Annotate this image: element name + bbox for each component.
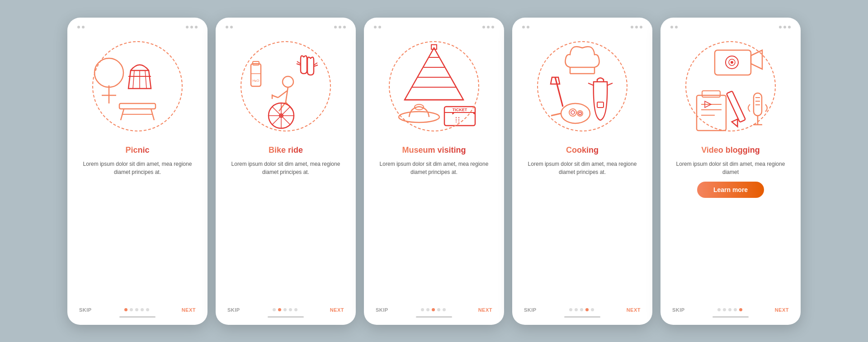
museum-desc: Lorem ipsum dolor sit dim amet, mea regi… — [374, 160, 494, 176]
picnic-nav: SKIP NEXT — [77, 307, 198, 313]
status-dot — [343, 26, 346, 28]
nav-dot-4[interactable] — [146, 308, 149, 311]
cooking-desc: Lorem ipsum dolor sit dim amet, mea regi… — [522, 160, 642, 176]
museum-illustration: TICKET — [380, 32, 488, 141]
nav-dot-4[interactable] — [294, 308, 297, 311]
skip-button[interactable]: SKIP — [376, 307, 388, 313]
cards-container: Picnic Lorem ipsum dolor sit dim amet, m… — [67, 18, 801, 325]
next-button[interactable]: NEXT — [182, 307, 196, 313]
nav-dots — [124, 308, 149, 311]
nav-dot-2[interactable] — [283, 308, 287, 311]
nav-dot-0[interactable] — [717, 308, 721, 311]
status-dot — [635, 26, 638, 28]
picnic-title: Picnic — [125, 145, 149, 155]
bottom-bar — [119, 316, 156, 318]
nav-dot-0[interactable] — [569, 308, 572, 311]
skip-button[interactable]: SKIP — [524, 307, 537, 313]
bottom-bar — [564, 316, 600, 318]
next-button[interactable]: NEXT — [330, 307, 344, 313]
nav-dot-1[interactable] — [130, 308, 133, 311]
dashed-circle — [389, 41, 479, 131]
nav-dot-4[interactable] — [443, 308, 446, 311]
nav-dots — [273, 308, 297, 311]
next-button[interactable]: NEXT — [627, 307, 641, 313]
status-dot — [522, 26, 525, 28]
bike-desc: Lorem ipsum dolor sit dim amet, mea regi… — [226, 160, 346, 176]
status-dot — [374, 26, 377, 28]
status-dot — [190, 26, 193, 28]
status-bar — [670, 26, 791, 28]
dashed-circle — [685, 41, 776, 131]
picnic-desc: Lorem ipsum dolor sit dim amet, mea regi… — [77, 160, 198, 176]
status-dot — [779, 26, 782, 28]
card-bike-ride: H₂O — [216, 18, 356, 325]
nav-dot-2[interactable] — [135, 308, 138, 311]
skip-button[interactable]: SKIP — [672, 307, 685, 313]
skip-button[interactable]: SKIP — [79, 307, 92, 313]
next-button[interactable]: NEXT — [775, 307, 789, 313]
status-dot — [230, 26, 233, 28]
bike-nav: SKIP NEXT — [226, 307, 346, 313]
nav-dot-3[interactable] — [289, 308, 292, 311]
status-dot — [670, 26, 673, 28]
bottom-bar — [268, 316, 304, 318]
card-museum-visiting: TICKET Museum visiting Lorem ipsum dolor… — [364, 18, 504, 325]
nav-dot-3[interactable] — [141, 308, 144, 311]
nav-dots — [717, 308, 742, 311]
learn-more-button[interactable]: Learn more — [697, 182, 764, 198]
status-bar — [226, 26, 346, 28]
status-dot — [788, 26, 791, 28]
next-button[interactable]: NEXT — [478, 307, 492, 313]
status-bar — [522, 26, 642, 28]
status-dot — [675, 26, 678, 28]
status-dot — [77, 26, 80, 28]
nav-dot-4[interactable] — [739, 308, 742, 311]
nav-dot-2[interactable] — [432, 308, 435, 311]
nav-dot-1[interactable] — [575, 308, 578, 311]
bottom-bar — [416, 316, 452, 318]
status-dot — [491, 26, 494, 28]
status-dot — [195, 26, 198, 28]
picnic-illustration — [83, 32, 192, 141]
nav-dot-1[interactable] — [723, 308, 726, 311]
status-dot — [487, 26, 490, 28]
dashed-circle — [92, 41, 183, 131]
card-picnic: Picnic Lorem ipsum dolor sit dim amet, m… — [67, 18, 208, 325]
status-dot — [482, 26, 485, 28]
nav-dot-3[interactable] — [585, 308, 589, 311]
nav-dot-0[interactable] — [421, 308, 424, 311]
museum-nav: SKIP NEXT — [374, 307, 494, 313]
status-bar — [77, 26, 198, 28]
cooking-nav: SKIP NEXT — [522, 307, 642, 313]
video-blogging-desc: Lorem ipsum dolor sit dim amet, mea regi… — [670, 160, 791, 176]
nav-dot-1[interactable] — [278, 308, 281, 311]
status-dot — [640, 26, 642, 28]
cooking-title: Cooking — [566, 145, 599, 155]
status-dot — [334, 26, 337, 28]
nav-dot-1[interactable] — [426, 308, 429, 311]
dashed-circle — [537, 41, 627, 131]
nav-dot-2[interactable] — [728, 308, 731, 311]
card-video-blogging: Video blogging Lorem ipsum dolor sit dim… — [660, 18, 801, 325]
nav-dot-2[interactable] — [580, 308, 583, 311]
nav-dot-3[interactable] — [734, 308, 737, 311]
video-blogging-nav: SKIP NEXT — [670, 307, 791, 313]
dashed-circle — [241, 41, 331, 131]
status-dot — [527, 26, 529, 28]
nav-dot-0[interactable] — [124, 308, 127, 311]
status-dot — [82, 26, 85, 28]
skip-button[interactable]: SKIP — [227, 307, 240, 313]
status-bar — [374, 26, 494, 28]
nav-dots — [569, 308, 594, 311]
card-cooking: Cooking Lorem ipsum dolor sit dim amet, … — [512, 18, 652, 325]
museum-title: Museum visiting — [402, 145, 466, 155]
nav-dot-3[interactable] — [437, 308, 440, 311]
status-dot — [378, 26, 381, 28]
status-dot — [631, 26, 633, 28]
status-dot — [783, 26, 786, 28]
nav-dot-0[interactable] — [273, 308, 276, 311]
cooking-illustration — [528, 32, 637, 141]
nav-dot-4[interactable] — [591, 308, 594, 311]
nav-dots — [421, 308, 446, 311]
bike-title: Bike ride — [269, 145, 303, 155]
